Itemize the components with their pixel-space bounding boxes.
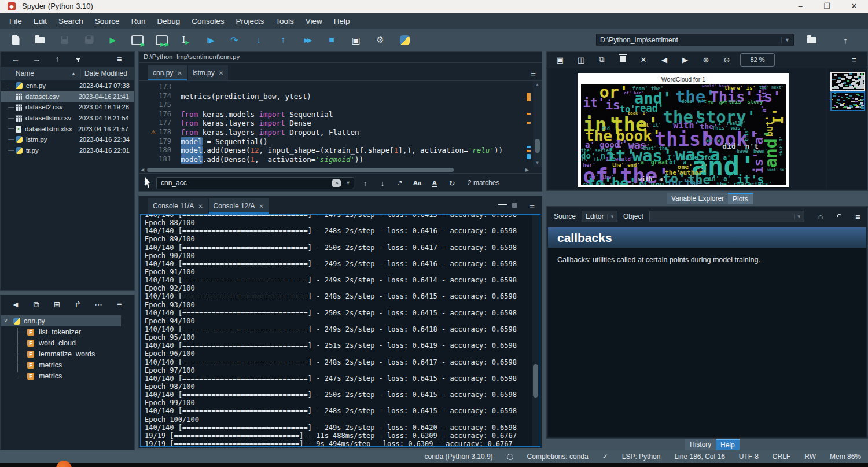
parent-directory-button[interactable]: ↑: [837, 33, 854, 47]
minimize-button[interactable]: –: [790, 0, 810, 13]
copy-plot-button[interactable]: ⧉: [594, 55, 609, 64]
editor-vertical-scrollbar[interactable]: ▲ ▼: [533, 81, 542, 167]
outline-collapse-button[interactable]: ⧉: [26, 300, 47, 310]
tab-variable-explorer[interactable]: Variable Explorer: [667, 193, 729, 204]
help-options-button[interactable]: ≡: [855, 212, 860, 222]
outline-more-button[interactable]: ⋯: [88, 300, 109, 309]
find-history-caret-icon[interactable]: ▼: [345, 180, 351, 186]
tab-cnn-py[interactable]: cnn.py ✕: [148, 65, 187, 80]
regex-toggle-button[interactable]: .*: [393, 179, 406, 186]
scrollbar-thumb[interactable]: [535, 139, 540, 153]
outline-goto-cursor-button[interactable]: ◄: [5, 300, 26, 309]
scroll-right-icon[interactable]: ▶: [525, 167, 529, 173]
file-row-datasetlstm.xlsx[interactable]: xdatasetlstm.xlsx2023-04-16 21:57: [1, 123, 134, 134]
file-row-tr.py[interactable]: tr.py2023-04-16 22:01: [1, 145, 134, 156]
outline-options-button[interactable]: ≡: [109, 300, 130, 309]
stop-debug-button[interactable]: ■: [323, 33, 340, 47]
open-file-button[interactable]: [31, 33, 49, 47]
refresh-search-button[interactable]: ↻: [446, 179, 458, 187]
menu-source[interactable]: Source: [89, 17, 126, 25]
scroll-down-icon[interactable]: ▼: [533, 160, 542, 166]
find-clear-icon[interactable]: ✕: [332, 179, 341, 187]
files-options-button[interactable]: ≡: [109, 54, 130, 64]
close-button[interactable]: ✕: [844, 0, 864, 13]
menu-consoles[interactable]: Consoles: [186, 17, 230, 25]
column-name[interactable]: Name: [1, 69, 71, 78]
scrollbar-thumb[interactable]: [533, 364, 538, 398]
find-previous-button[interactable]: ↑: [359, 179, 372, 187]
preferences-button[interactable]: ⚙: [372, 33, 389, 47]
scrollbar-thumb[interactable]: [147, 168, 454, 172]
source-combo[interactable]: Editor ▼: [582, 211, 617, 222]
file-row-cnn.py[interactable]: cnn.py2023-04-17 07:38: [1, 80, 134, 91]
file-row-dataset2.csv[interactable]: dataset2.csv2023-04-16 19:28: [1, 102, 134, 113]
run-cell-advance-button[interactable]: ▶▶: [153, 33, 170, 47]
run-cell-button[interactable]: ▶: [128, 33, 146, 47]
file-row-dataset.csv[interactable]: dataset.csv2023-04-16 21:41: [1, 91, 134, 102]
status-lsp[interactable]: LSP: Python: [622, 453, 661, 461]
zoom-in-button[interactable]: ⊕: [698, 56, 713, 64]
find-input[interactable]: [156, 177, 354, 189]
console-scrollbar[interactable]: [532, 215, 540, 446]
save-plot-button[interactable]: ▣: [553, 56, 568, 64]
editor-horizontal-scrollbar[interactable]: ◀ ▶: [139, 167, 542, 174]
close-tab-icon[interactable]: ✕: [219, 70, 223, 76]
tab-plots[interactable]: Plots: [728, 193, 753, 204]
case-sensitive-toggle-button[interactable]: Aa: [411, 179, 424, 186]
files-forward-button[interactable]: →: [26, 54, 47, 64]
files-up-button[interactable]: ↑: [47, 54, 68, 64]
menu-file[interactable]: File: [3, 17, 28, 25]
outline-item-lemmatize_words[interactable]: Flemmatize_words: [1, 348, 134, 359]
menu-help[interactable]: Help: [328, 17, 356, 25]
tab-help[interactable]: Help: [716, 439, 740, 450]
new-file-button[interactable]: [7, 33, 24, 47]
outline-item-metrics[interactable]: Fmetrics: [1, 370, 134, 381]
files-filter-button[interactable]: [68, 54, 89, 64]
menu-view[interactable]: View: [300, 17, 328, 25]
maximize-pane-button[interactable]: ▣: [347, 33, 365, 47]
menu-projects[interactable]: Projects: [230, 17, 270, 25]
zoom-out-button[interactable]: ⊖: [719, 56, 734, 64]
chevron-down-icon[interactable]: ˅: [4, 318, 13, 324]
close-tab-icon[interactable]: ✕: [259, 203, 264, 209]
figure[interactable]: WordCloud for 1 or'of' her'from' the'wou…: [578, 73, 789, 187]
python-env-button[interactable]: [396, 33, 413, 47]
run-file-button[interactable]: ▶: [104, 33, 122, 47]
interrupt-kernel-button[interactable]: [512, 203, 517, 208]
whole-word-toggle-button[interactable]: A: [428, 179, 441, 186]
plots-options-button[interactable]: ≡: [847, 56, 862, 64]
outline-follow-button[interactable]: ↱: [67, 300, 88, 309]
tab-history[interactable]: History: [685, 439, 716, 450]
close-tab-icon[interactable]: ✕: [198, 203, 203, 209]
outline-item-word_cloud[interactable]: Fword_cloud: [1, 337, 134, 348]
help-home-button[interactable]: ⌂: [818, 212, 823, 221]
close-tab-icon[interactable]: ✕: [177, 70, 182, 76]
console-options-button[interactable]: ≡: [529, 200, 535, 210]
code-editor[interactable]: 173174175176177⚠178179180181 metrics(pre…: [139, 81, 542, 167]
combo-caret-icon[interactable]: ▼: [781, 37, 790, 43]
browse-directory-button[interactable]: [803, 33, 821, 47]
close-all-plots-button[interactable]: ✕: [636, 56, 651, 64]
file-row-datasetlstm.csv[interactable]: datasetlstm.csv2023-04-16 21:54: [1, 113, 134, 124]
plot-thumbnail-2-selected[interactable]: [830, 91, 865, 111]
previous-plot-button[interactable]: ◀: [657, 56, 672, 64]
debug-continue-button[interactable]: ▶▶: [299, 33, 316, 47]
outline-item-metrics[interactable]: Fmetrics: [1, 359, 134, 370]
restore-button[interactable]: ❐: [817, 0, 837, 13]
plot-thumbnail-1[interactable]: [830, 72, 865, 91]
combo-caret-icon[interactable]: ▼: [794, 214, 804, 219]
working-directory-combo[interactable]: D:\Python_Imp\sentiment ▼: [596, 34, 794, 46]
menu-search[interactable]: Search: [53, 17, 89, 25]
step-out-button[interactable]: ↑: [274, 33, 292, 47]
tab-console-11a[interactable]: Console 11/A ✕: [148, 198, 208, 214]
menu-tools[interactable]: Tools: [270, 17, 300, 25]
column-date-modified[interactable]: Date Modified: [80, 69, 134, 78]
next-plot-button[interactable]: ▶: [678, 56, 693, 64]
status-completions[interactable]: Completions: conda: [527, 453, 589, 461]
run-selection-button[interactable]: I▶: [177, 33, 194, 47]
save-all-button[interactable]: [80, 33, 97, 47]
menu-debug[interactable]: Debug: [151, 17, 186, 25]
outline-root-item[interactable]: ˅ cnn.py: [1, 315, 121, 326]
tab-console-12a[interactable]: Console 12/A ✕: [209, 198, 269, 214]
editor-options-button[interactable]: ≡: [531, 68, 536, 78]
